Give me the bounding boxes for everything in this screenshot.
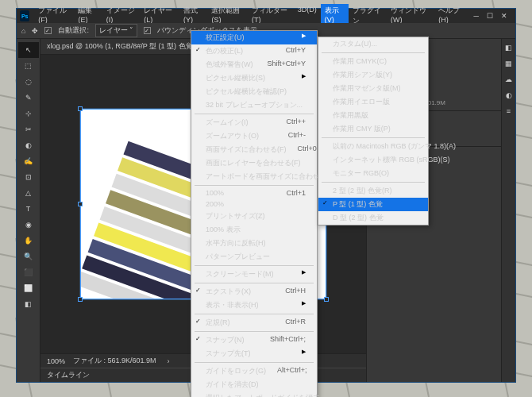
menu-item[interactable]: パターンプレビュー — [191, 250, 317, 264]
tool-1[interactable]: ⬚ — [18, 58, 39, 74]
tool-0[interactable]: ↖ — [18, 42, 39, 58]
tool-13[interactable]: 🔍 — [18, 249, 39, 264]
autoselect-label: 自動選択: — [58, 25, 89, 36]
menu-item[interactable]: エクストラ(X)Ctrl+H — [191, 285, 317, 299]
transform-handle[interactable] — [78, 106, 83, 111]
move-tool-icon: ✥ — [32, 27, 38, 35]
menu-item[interactable]: モニター RGB(O) — [318, 167, 428, 180]
tool-12[interactable]: ✋ — [18, 233, 39, 249]
menu-item[interactable]: ピクセル縦横比(S) — [191, 71, 317, 85]
menu-item[interactable]: D 型 (2 型) 色覚 — [318, 211, 428, 225]
layers-icon[interactable]: ≡ — [507, 107, 511, 115]
menu-item[interactable]: 作業用 CMYK(C) — [318, 55, 428, 68]
menu-item[interactable]: 画面サイズに合わせる(F)Ctrl+0 — [191, 143, 317, 156]
tool-7[interactable]: ✍ — [18, 153, 39, 169]
menu-item[interactable]: 色域外警告(W)Shift+Ctrl+Y — [191, 58, 317, 71]
proof-setup-submenu: カスタム(U)...作業用 CMYK(C)作業用シアン版(Y)作業用マゼンタ版(… — [318, 37, 429, 225]
tool-2[interactable]: ◌ — [18, 74, 39, 90]
menu-item[interactable]: 色の校正(L)Ctrl+Y — [191, 44, 317, 58]
menu-item[interactable]: P 型 (1 型) 色覚 — [318, 198, 428, 211]
tool-6[interactable]: ◐ — [18, 137, 39, 153]
autoselect-dropdown[interactable]: レイヤー ˅ — [95, 24, 138, 37]
tool-5[interactable]: ✂ — [18, 121, 39, 137]
title-bar: Ps ファイル(F)編集(E)イメージ(I)レイヤー(L)書式(Y)選択範囲(S… — [17, 9, 515, 23]
tool-10[interactable]: T — [18, 201, 39, 217]
swatches-icon[interactable]: ▦ — [505, 60, 512, 67]
menu-item[interactable]: 作業用 CMY 版(P) — [318, 122, 428, 136]
tool-16[interactable]: ◧ — [18, 296, 39, 312]
menu-item: 32 bit プレビューオプション... — [191, 98, 317, 112]
menu-item[interactable]: ズームアウト(O)Ctrl+- — [191, 129, 317, 143]
app-logo: Ps — [20, 10, 29, 21]
tool-8[interactable]: ⊡ — [18, 169, 39, 185]
color-icon[interactable]: ◧ — [505, 44, 512, 52]
menu-item[interactable]: ガイドを消去(D) — [191, 378, 317, 391]
tools-panel: ↖⬚◌✎⊹✂◐✍⊡△T◉✋🔍⬛⬜◧ — [17, 39, 40, 382]
menu-item[interactable]: 水平方向に反転(H) — [191, 237, 317, 250]
autoselect-checkbox[interactable] — [44, 27, 52, 34]
transform-handle[interactable] — [324, 297, 329, 302]
maximize-icon[interactable]: ☐ — [487, 12, 493, 20]
menu-item[interactable]: 200% — [191, 198, 317, 210]
menu-item[interactable]: ガイドをロック(G)Alt+Ctrl+; — [191, 364, 317, 378]
menu-item[interactable]: 作業用シアン版(Y) — [318, 68, 428, 82]
libraries-icon[interactable]: ☁ — [505, 75, 512, 83]
tool-9[interactable]: △ — [18, 185, 39, 201]
menu-item: ピクセル縦横比を確認(P) — [191, 85, 317, 98]
tool-14[interactable]: ⬛ — [18, 264, 39, 280]
menu-item[interactable]: 校正設定(U) — [191, 31, 317, 44]
window-buttons: ─ ☐ ✕ — [474, 12, 512, 20]
home-icon[interactable]: ⌂ — [21, 27, 25, 35]
transform-handle[interactable] — [78, 297, 83, 302]
menu-item[interactable]: スクリーンモード(M) — [191, 268, 317, 281]
menu-item[interactable]: 100%Ctrl+1 — [191, 187, 317, 198]
menu-item[interactable]: プリントサイズ(Z) — [191, 210, 317, 223]
menu-item[interactable]: アートボードを画面サイズに合わせる(F) — [191, 170, 317, 183]
menu-item[interactable]: 作業用イエロー版 — [318, 95, 428, 109]
menu-item[interactable]: 100% 表示 — [191, 223, 317, 237]
close-icon[interactable]: ✕ — [501, 12, 507, 20]
menu-item[interactable]: 2 型 (2 型) 色覚(R) — [318, 184, 428, 198]
menu-item[interactable]: 作業用黒版 — [318, 109, 428, 122]
tool-11[interactable]: ◉ — [18, 217, 39, 233]
menu-item[interactable]: 表示・非表示(H) — [191, 299, 317, 312]
menu-item[interactable]: カスタム(U)... — [318, 37, 428, 51]
zoom-level[interactable]: 100% — [47, 357, 65, 365]
chevron-right-icon[interactable]: › — [168, 357, 170, 365]
menu-item[interactable]: スナップ(N)Shift+Ctrl+; — [191, 333, 317, 347]
transform-handle[interactable] — [78, 202, 83, 206]
menu-item[interactable]: スナップ先(T) — [191, 347, 317, 360]
menu-item[interactable]: 作業用マゼンタ版(M) — [318, 82, 428, 95]
collapsed-panels: ◧ ▦ ☁ ◐ ≡ — [501, 39, 515, 382]
tool-3[interactable]: ✎ — [18, 90, 39, 106]
timeline-label[interactable]: タイムライン — [47, 370, 90, 380]
adjustments-icon[interactable]: ◐ — [506, 91, 512, 99]
menu-item[interactable]: 定規(R)Ctrl+R — [191, 316, 317, 330]
menu-item[interactable]: 以前の Macintosh RGB (ガンマ 1.8)(A) — [318, 140, 428, 153]
minimize-icon[interactable]: ─ — [474, 12, 479, 20]
file-info: ファイル : 561.9K/601.9M — [73, 356, 156, 366]
document-tab[interactable]: xlog.psd @ 100% (1, RGB/8#/P 型 (1 型) 色覚) — [47, 41, 195, 52]
menu-item[interactable]: 画面にレイヤーを合わせる(F) — [191, 156, 317, 170]
tool-4[interactable]: ⊹ — [18, 106, 39, 121]
tool-15[interactable]: ⬜ — [18, 280, 39, 296]
menu-item[interactable]: ズームイン(I)Ctrl++ — [191, 116, 317, 129]
menu-item[interactable]: 選択したアートボードガイドを消去 — [191, 391, 317, 397]
menu-item[interactable]: インターネット標準 RGB (sRGB)(S) — [318, 153, 428, 167]
view-menu: 校正設定(U)色の校正(L)Ctrl+Y色域外警告(W)Shift+Ctrl+Y… — [191, 30, 318, 397]
bbox-checkbox[interactable] — [144, 27, 151, 34]
